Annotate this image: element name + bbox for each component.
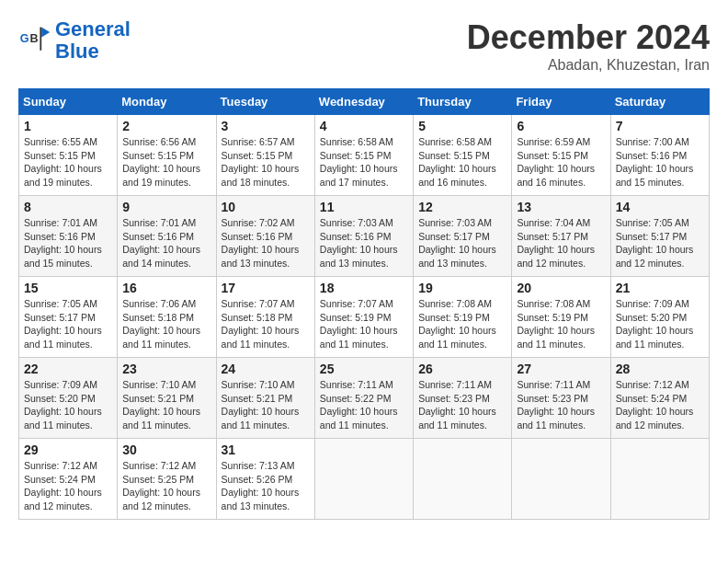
- calendar-cell: 4 Sunrise: 6:58 AM Sunset: 5:15 PM Dayli…: [314, 115, 413, 196]
- calendar-cell: 10 Sunrise: 7:02 AM Sunset: 5:16 PM Dayl…: [216, 196, 314, 277]
- weekday-header: Friday: [512, 89, 610, 115]
- day-info: Sunrise: 7:12 AM Sunset: 5:24 PM Dayligh…: [616, 378, 704, 432]
- calendar-week-row: 22 Sunrise: 7:09 AM Sunset: 5:20 PM Dayl…: [19, 358, 710, 439]
- calendar-cell: 27 Sunrise: 7:11 AM Sunset: 5:23 PM Dayl…: [512, 358, 610, 439]
- day-number: 8: [24, 200, 112, 214]
- day-number: 29: [24, 442, 112, 457]
- day-info: Sunrise: 7:09 AM Sunset: 5:20 PM Dayligh…: [616, 297, 704, 351]
- day-number: 30: [122, 442, 210, 457]
- day-info: Sunrise: 7:08 AM Sunset: 5:19 PM Dayligh…: [517, 297, 605, 351]
- calendar-week-row: 1 Sunrise: 6:55 AM Sunset: 5:15 PM Dayli…: [19, 115, 710, 196]
- day-info: Sunrise: 7:08 AM Sunset: 5:19 PM Dayligh…: [418, 297, 506, 351]
- logo-blue: Blue: [55, 40, 99, 63]
- day-info: Sunrise: 7:02 AM Sunset: 5:16 PM Dayligh…: [222, 216, 310, 270]
- calendar-cell: 13 Sunrise: 7:04 AM Sunset: 5:17 PM Dayl…: [512, 196, 610, 277]
- day-number: 3: [222, 119, 310, 133]
- calendar-week-row: 8 Sunrise: 7:01 AM Sunset: 5:16 PM Dayli…: [19, 196, 710, 277]
- day-number: 13: [517, 200, 605, 214]
- calendar-cell: 20 Sunrise: 7:08 AM Sunset: 5:19 PM Dayl…: [512, 277, 610, 358]
- day-info: Sunrise: 7:12 AM Sunset: 5:24 PM Dayligh…: [24, 459, 112, 513]
- day-info: Sunrise: 6:58 AM Sunset: 5:15 PM Dayligh…: [418, 135, 506, 190]
- calendar-cell: 6 Sunrise: 6:59 AM Sunset: 5:15 PM Dayli…: [512, 115, 610, 196]
- day-info: Sunrise: 6:55 AM Sunset: 5:15 PM Dayligh…: [24, 135, 112, 190]
- day-number: 18: [320, 281, 408, 295]
- day-info: Sunrise: 7:03 AM Sunset: 5:16 PM Dayligh…: [320, 216, 408, 270]
- weekday-header: Sunday: [19, 89, 118, 115]
- day-number: 5: [418, 119, 506, 133]
- calendar-cell: 30 Sunrise: 7:12 AM Sunset: 5:25 PM Dayl…: [118, 439, 216, 520]
- location-title: Abadan, Khuzestan, Iran: [467, 57, 710, 74]
- weekday-header: Saturday: [610, 89, 709, 115]
- day-info: Sunrise: 7:13 AM Sunset: 5:26 PM Dayligh…: [222, 459, 310, 513]
- weekday-header: Tuesday: [216, 89, 314, 115]
- calendar-cell: [414, 439, 512, 520]
- calendar-cell: 16 Sunrise: 7:06 AM Sunset: 5:18 PM Dayl…: [118, 277, 216, 358]
- day-number: 11: [320, 200, 408, 214]
- day-number: 15: [24, 281, 112, 295]
- day-number: 12: [418, 200, 506, 214]
- day-number: 19: [418, 281, 506, 295]
- calendar-cell: 18 Sunrise: 7:07 AM Sunset: 5:19 PM Dayl…: [314, 277, 413, 358]
- calendar-cell: 1 Sunrise: 6:55 AM Sunset: 5:15 PM Dayli…: [19, 115, 118, 196]
- day-number: 10: [222, 200, 310, 214]
- day-number: 14: [616, 200, 704, 214]
- day-info: Sunrise: 7:11 AM Sunset: 5:22 PM Dayligh…: [320, 378, 408, 432]
- calendar-cell: 15 Sunrise: 7:05 AM Sunset: 5:17 PM Dayl…: [19, 277, 118, 358]
- day-number: 25: [320, 362, 408, 376]
- day-info: Sunrise: 6:59 AM Sunset: 5:15 PM Dayligh…: [517, 135, 605, 190]
- weekday-header: Monday: [118, 89, 216, 115]
- day-info: Sunrise: 7:10 AM Sunset: 5:21 PM Dayligh…: [222, 378, 310, 432]
- day-number: 4: [320, 119, 408, 133]
- calendar-cell: 21 Sunrise: 7:09 AM Sunset: 5:20 PM Dayl…: [610, 277, 709, 358]
- calendar-cell: 7 Sunrise: 7:00 AM Sunset: 5:16 PM Dayli…: [610, 115, 709, 196]
- calendar-cell: 11 Sunrise: 7:03 AM Sunset: 5:16 PM Dayl…: [314, 196, 413, 277]
- logo-text: General Blue: [55, 18, 131, 63]
- day-info: Sunrise: 7:00 AM Sunset: 5:16 PM Dayligh…: [616, 135, 704, 190]
- calendar-cell: 5 Sunrise: 6:58 AM Sunset: 5:15 PM Dayli…: [414, 115, 512, 196]
- calendar-cell: 8 Sunrise: 7:01 AM Sunset: 5:16 PM Dayli…: [19, 196, 118, 277]
- day-number: 22: [24, 362, 112, 376]
- calendar-cell: 19 Sunrise: 7:08 AM Sunset: 5:19 PM Dayl…: [414, 277, 512, 358]
- day-info: Sunrise: 7:05 AM Sunset: 5:17 PM Dayligh…: [616, 216, 704, 270]
- calendar-cell: 3 Sunrise: 6:57 AM Sunset: 5:15 PM Dayli…: [216, 115, 314, 196]
- calendar-week-row: 29 Sunrise: 7:12 AM Sunset: 5:24 PM Dayl…: [19, 439, 710, 520]
- day-number: 23: [122, 362, 210, 376]
- day-info: Sunrise: 6:56 AM Sunset: 5:15 PM Dayligh…: [122, 135, 210, 190]
- calendar-cell: 2 Sunrise: 6:56 AM Sunset: 5:15 PM Dayli…: [118, 115, 216, 196]
- calendar-cell: [314, 439, 413, 520]
- calendar-cell: 17 Sunrise: 7:07 AM Sunset: 5:18 PM Dayl…: [216, 277, 314, 358]
- day-info: Sunrise: 7:05 AM Sunset: 5:17 PM Dayligh…: [24, 297, 112, 351]
- day-info: Sunrise: 7:01 AM Sunset: 5:16 PM Dayligh…: [24, 216, 112, 270]
- calendar-cell: 25 Sunrise: 7:11 AM Sunset: 5:22 PM Dayl…: [314, 358, 413, 439]
- calendar-table: SundayMondayTuesdayWednesdayThursdayFrid…: [18, 88, 710, 520]
- day-number: 21: [616, 281, 704, 295]
- day-number: 6: [517, 119, 605, 133]
- calendar-cell: 9 Sunrise: 7:01 AM Sunset: 5:16 PM Dayli…: [118, 196, 216, 277]
- day-number: 7: [616, 119, 704, 133]
- calendar-cell: [512, 439, 610, 520]
- logo-icon: G B: [18, 24, 51, 57]
- calendar-cell: 28 Sunrise: 7:12 AM Sunset: 5:24 PM Dayl…: [610, 358, 709, 439]
- calendar-cell: 23 Sunrise: 7:10 AM Sunset: 5:21 PM Dayl…: [118, 358, 216, 439]
- day-number: 20: [517, 281, 605, 295]
- day-info: Sunrise: 7:12 AM Sunset: 5:25 PM Dayligh…: [122, 459, 210, 513]
- day-number: 16: [122, 281, 210, 295]
- svg-rect-3: [40, 28, 41, 51]
- day-info: Sunrise: 6:58 AM Sunset: 5:15 PM Dayligh…: [320, 135, 408, 190]
- day-number: 17: [222, 281, 310, 295]
- calendar-cell: 31 Sunrise: 7:13 AM Sunset: 5:26 PM Dayl…: [216, 439, 314, 520]
- day-info: Sunrise: 7:06 AM Sunset: 5:18 PM Dayligh…: [122, 297, 210, 351]
- calendar-cell: 26 Sunrise: 7:11 AM Sunset: 5:23 PM Dayl…: [414, 358, 512, 439]
- title-block: December 2024 Abadan, Khuzestan, Iran: [467, 18, 710, 74]
- day-info: Sunrise: 7:07 AM Sunset: 5:19 PM Dayligh…: [320, 297, 408, 351]
- day-number: 28: [616, 362, 704, 376]
- day-info: Sunrise: 7:04 AM Sunset: 5:17 PM Dayligh…: [517, 216, 605, 270]
- day-number: 27: [517, 362, 605, 376]
- month-title: December 2024: [467, 18, 710, 57]
- svg-text:G: G: [20, 32, 29, 45]
- day-info: Sunrise: 7:03 AM Sunset: 5:17 PM Dayligh…: [418, 216, 506, 270]
- svg-text:B: B: [30, 32, 39, 45]
- calendar-cell: 29 Sunrise: 7:12 AM Sunset: 5:24 PM Dayl…: [19, 439, 118, 520]
- calendar-cell: 24 Sunrise: 7:10 AM Sunset: 5:21 PM Dayl…: [216, 358, 314, 439]
- weekday-header: Thursday: [414, 89, 512, 115]
